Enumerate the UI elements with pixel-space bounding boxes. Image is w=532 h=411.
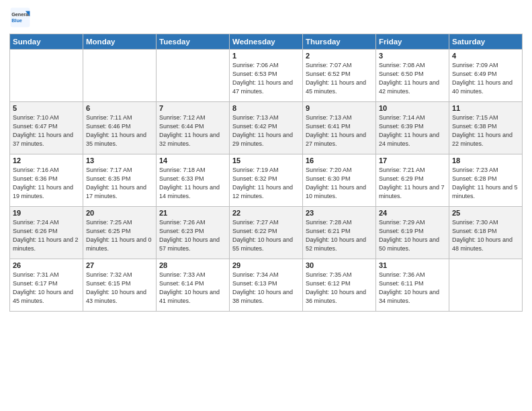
calendar-header-monday: Monday — [83, 34, 157, 50]
calendar-cell — [83, 50, 157, 102]
day-number: 4 — [452, 52, 519, 60]
day-info: Sunrise: 7:31 AM Sunset: 6:17 PM Dayligh… — [13, 271, 80, 306]
day-info: Sunrise: 7:18 AM Sunset: 6:33 PM Dayligh… — [159, 166, 226, 201]
calendar-cell: 15Sunrise: 7:19 AM Sunset: 6:32 PM Dayli… — [230, 154, 303, 207]
calendar-cell: 11Sunrise: 7:15 AM Sunset: 6:38 PM Dayli… — [449, 102, 523, 154]
day-number: 12 — [13, 156, 80, 165]
logo: General Blue — [9, 7, 34, 28]
calendar-header-friday: Friday — [376, 34, 449, 50]
calendar-cell: 7Sunrise: 7:12 AM Sunset: 6:44 PM Daylig… — [157, 102, 230, 154]
calendar-cell: 19Sunrise: 7:24 AM Sunset: 6:26 PM Dayli… — [10, 207, 83, 259]
calendar-cell: 29Sunrise: 7:34 AM Sunset: 6:13 PM Dayli… — [230, 259, 303, 312]
calendar-week-row: 5Sunrise: 7:10 AM Sunset: 6:47 PM Daylig… — [10, 102, 523, 154]
calendar-cell: 25Sunrise: 7:30 AM Sunset: 6:18 PM Dayli… — [449, 207, 523, 259]
calendar-week-row: 19Sunrise: 7:24 AM Sunset: 6:26 PM Dayli… — [10, 207, 523, 259]
calendar-cell: 31Sunrise: 7:36 AM Sunset: 6:11 PM Dayli… — [376, 259, 449, 312]
calendar-header-row: SundayMondayTuesdayWednesdayThursdayFrid… — [10, 34, 523, 50]
calendar-cell: 30Sunrise: 7:35 AM Sunset: 6:12 PM Dayli… — [303, 259, 376, 312]
calendar-cell: 6Sunrise: 7:11 AM Sunset: 6:46 PM Daylig… — [83, 102, 157, 154]
calendar-week-row: 26Sunrise: 7:31 AM Sunset: 6:17 PM Dayli… — [10, 259, 523, 312]
calendar-header-wednesday: Wednesday — [230, 34, 303, 50]
calendar-cell: 4Sunrise: 7:09 AM Sunset: 6:49 PM Daylig… — [449, 50, 523, 102]
day-number: 9 — [306, 104, 373, 112]
calendar-cell: 16Sunrise: 7:20 AM Sunset: 6:30 PM Dayli… — [303, 154, 376, 207]
calendar-cell: 17Sunrise: 7:21 AM Sunset: 6:29 PM Dayli… — [376, 154, 449, 207]
calendar-cell: 1Sunrise: 7:06 AM Sunset: 6:53 PM Daylig… — [230, 50, 303, 102]
calendar-cell: 14Sunrise: 7:18 AM Sunset: 6:33 PM Dayli… — [157, 154, 230, 207]
day-info: Sunrise: 7:07 AM Sunset: 6:52 PM Dayligh… — [306, 61, 373, 96]
day-info: Sunrise: 7:08 AM Sunset: 6:50 PM Dayligh… — [379, 61, 446, 96]
day-number: 23 — [306, 209, 373, 217]
day-number: 16 — [306, 156, 373, 165]
day-info: Sunrise: 7:36 AM Sunset: 6:11 PM Dayligh… — [379, 271, 446, 306]
day-number: 5 — [13, 104, 80, 112]
day-info: Sunrise: 7:11 AM Sunset: 6:46 PM Dayligh… — [86, 113, 153, 148]
day-info: Sunrise: 7:20 AM Sunset: 6:30 PM Dayligh… — [306, 166, 373, 201]
day-number: 15 — [232, 156, 300, 165]
day-number: 1 — [232, 52, 300, 60]
day-info: Sunrise: 7:14 AM Sunset: 6:39 PM Dayligh… — [379, 113, 446, 148]
day-info: Sunrise: 7:26 AM Sunset: 6:23 PM Dayligh… — [159, 218, 226, 253]
calendar-header-thursday: Thursday — [303, 34, 376, 50]
day-number: 30 — [306, 261, 373, 269]
day-number: 7 — [159, 104, 226, 112]
day-number: 19 — [13, 209, 80, 217]
day-info: Sunrise: 7:13 AM Sunset: 6:42 PM Dayligh… — [232, 113, 300, 148]
day-number: 26 — [13, 261, 80, 269]
day-number: 14 — [159, 156, 226, 165]
day-info: Sunrise: 7:10 AM Sunset: 6:47 PM Dayligh… — [13, 113, 80, 148]
calendar-cell: 3Sunrise: 7:08 AM Sunset: 6:50 PM Daylig… — [376, 50, 449, 102]
day-info: Sunrise: 7:24 AM Sunset: 6:26 PM Dayligh… — [13, 218, 80, 253]
day-info: Sunrise: 7:32 AM Sunset: 6:15 PM Dayligh… — [86, 271, 153, 306]
header: General Blue — [9, 7, 523, 28]
calendar-week-row: 1Sunrise: 7:06 AM Sunset: 6:53 PM Daylig… — [10, 50, 523, 102]
day-info: Sunrise: 7:25 AM Sunset: 6:25 PM Dayligh… — [86, 218, 153, 253]
day-info: Sunrise: 7:21 AM Sunset: 6:29 PM Dayligh… — [379, 166, 446, 201]
calendar-cell: 13Sunrise: 7:17 AM Sunset: 6:35 PM Dayli… — [83, 154, 157, 207]
day-info: Sunrise: 7:12 AM Sunset: 6:44 PM Dayligh… — [159, 113, 226, 148]
day-number: 11 — [452, 104, 519, 112]
day-number: 17 — [379, 156, 446, 165]
calendar-cell: 23Sunrise: 7:28 AM Sunset: 6:21 PM Dayli… — [303, 207, 376, 259]
day-info: Sunrise: 7:19 AM Sunset: 6:32 PM Dayligh… — [232, 166, 300, 201]
day-info: Sunrise: 7:27 AM Sunset: 6:22 PM Dayligh… — [232, 218, 300, 253]
day-info: Sunrise: 7:09 AM Sunset: 6:49 PM Dayligh… — [452, 61, 519, 96]
calendar-cell: 10Sunrise: 7:14 AM Sunset: 6:39 PM Dayli… — [376, 102, 449, 154]
calendar-cell: 2Sunrise: 7:07 AM Sunset: 6:52 PM Daylig… — [303, 50, 376, 102]
day-info: Sunrise: 7:23 AM Sunset: 6:28 PM Dayligh… — [452, 166, 519, 201]
calendar-header-sunday: Sunday — [10, 34, 83, 50]
logo-icon: General Blue — [9, 7, 31, 28]
calendar-table: SundayMondayTuesdayWednesdayThursdayFrid… — [9, 34, 523, 312]
calendar-cell: 18Sunrise: 7:23 AM Sunset: 6:28 PM Dayli… — [449, 154, 523, 207]
calendar-cell: 24Sunrise: 7:29 AM Sunset: 6:19 PM Dayli… — [376, 207, 449, 259]
calendar-cell — [449, 259, 523, 312]
day-number: 20 — [86, 209, 153, 217]
day-number: 24 — [379, 209, 446, 217]
day-number: 18 — [452, 156, 519, 165]
day-number: 8 — [232, 104, 300, 112]
calendar-cell: 27Sunrise: 7:32 AM Sunset: 6:15 PM Dayli… — [83, 259, 157, 312]
page: General Blue SundayMondayTuesdayWednesda… — [0, 0, 532, 411]
calendar-header-tuesday: Tuesday — [157, 34, 230, 50]
day-info: Sunrise: 7:29 AM Sunset: 6:19 PM Dayligh… — [379, 218, 446, 253]
day-number: 21 — [159, 209, 226, 217]
day-info: Sunrise: 7:28 AM Sunset: 6:21 PM Dayligh… — [306, 218, 373, 253]
day-number: 10 — [379, 104, 446, 112]
day-number: 13 — [86, 156, 153, 165]
day-info: Sunrise: 7:33 AM Sunset: 6:14 PM Dayligh… — [159, 271, 226, 306]
svg-text:Blue: Blue — [11, 17, 22, 24]
day-info: Sunrise: 7:35 AM Sunset: 6:12 PM Dayligh… — [306, 271, 373, 306]
day-number: 2 — [306, 52, 373, 60]
calendar-cell: 26Sunrise: 7:31 AM Sunset: 6:17 PM Dayli… — [10, 259, 83, 312]
day-number: 29 — [232, 261, 300, 269]
calendar-cell: 20Sunrise: 7:25 AM Sunset: 6:25 PM Dayli… — [83, 207, 157, 259]
calendar-cell: 28Sunrise: 7:33 AM Sunset: 6:14 PM Dayli… — [157, 259, 230, 312]
day-info: Sunrise: 7:13 AM Sunset: 6:41 PM Dayligh… — [306, 113, 373, 148]
calendar-cell: 5Sunrise: 7:10 AM Sunset: 6:47 PM Daylig… — [10, 102, 83, 154]
calendar-cell — [10, 50, 83, 102]
day-info: Sunrise: 7:30 AM Sunset: 6:18 PM Dayligh… — [452, 218, 519, 253]
day-info: Sunrise: 7:16 AM Sunset: 6:36 PM Dayligh… — [13, 166, 80, 201]
day-number: 6 — [86, 104, 153, 112]
calendar-cell — [157, 50, 230, 102]
day-number: 3 — [379, 52, 446, 60]
